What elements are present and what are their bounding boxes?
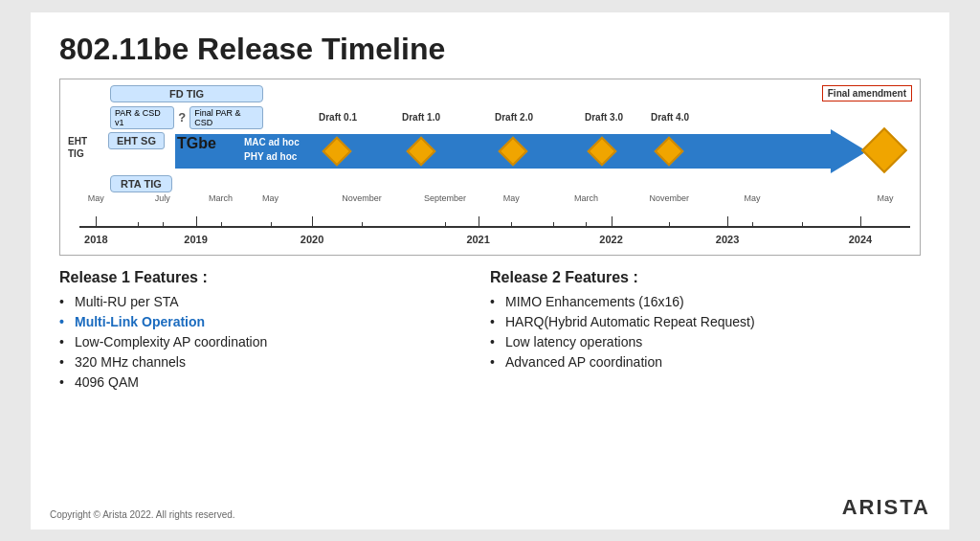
release1-item-2-text: Low-Complexity AP coordination bbox=[75, 334, 267, 349]
year-2020: 2020 bbox=[301, 234, 323, 245]
release1-list: Multi-RU per STA Multi-Link Operation Lo… bbox=[59, 294, 480, 390]
eht-tig-label: EHTTIG bbox=[68, 135, 87, 160]
month-may-2021: May bbox=[503, 193, 520, 203]
draft-30-label: Draft 3.0 bbox=[585, 112, 623, 123]
tick-minor-4 bbox=[271, 222, 272, 228]
tick-2020: 2020 bbox=[312, 216, 313, 228]
month-may-2024: May bbox=[877, 193, 893, 203]
release1-item-3-text: 320 MHz channels bbox=[75, 354, 186, 370]
month-november-2022: November bbox=[650, 193, 690, 203]
month-may-2020: May bbox=[262, 193, 278, 203]
content-area: Release 1 Features : Multi-RU per STA Mu… bbox=[59, 269, 921, 394]
copyright: Copyright © Arista 2022. All rights rese… bbox=[50, 509, 235, 520]
year-2022: 2022 bbox=[599, 234, 622, 245]
timeline-diagram: FD TIG PAR & CSD v1 ? Final PAR & CSD EH… bbox=[59, 79, 921, 256]
tgbe-label: TGbe bbox=[177, 135, 216, 152]
release1-item-1-text: Multi-Link Operation bbox=[75, 314, 205, 329]
final-diamond bbox=[861, 126, 907, 172]
tick-minor-7 bbox=[511, 222, 512, 228]
release1-col: Release 1 Features : Multi-RU per STA Mu… bbox=[59, 269, 490, 394]
tick-minor-10 bbox=[669, 222, 670, 228]
rta-tig-box: RTA TIG bbox=[110, 175, 172, 192]
month-may-2023: May bbox=[745, 193, 761, 203]
slide: 802.11be Release Timeline FD TIG PAR & C… bbox=[31, 12, 949, 530]
tick-2019: 2019 bbox=[196, 216, 197, 228]
fd-tig-box: FD TIG bbox=[110, 85, 263, 102]
release2-item-3: Advanced AP coordination bbox=[490, 354, 911, 370]
final-amendment-box: Final amendment bbox=[822, 85, 912, 101]
release2-list: MIMO Enhancements (16x16) HARQ(Hybrid Au… bbox=[490, 294, 911, 370]
month-september: September bbox=[424, 193, 466, 203]
month-march: March bbox=[209, 193, 233, 203]
release1-item-3: 320 MHz channels bbox=[59, 354, 480, 370]
tick-2022: 2022 bbox=[612, 216, 612, 228]
tick-minor-9 bbox=[586, 222, 587, 228]
tick-minor-8 bbox=[553, 222, 554, 228]
tick-minor-5 bbox=[362, 222, 363, 228]
year-2021: 2021 bbox=[466, 234, 489, 245]
final-amendment-label: Final amendment bbox=[828, 88, 906, 99]
tick-minor-12 bbox=[802, 222, 803, 228]
draft-40-label: Draft 4.0 bbox=[651, 112, 689, 123]
eht-sg-box: EHT SG bbox=[108, 132, 165, 149]
ruler-line bbox=[79, 226, 910, 228]
month-november: November bbox=[342, 193, 382, 203]
release2-item-0-text: MIMO Enhancements (16x16) bbox=[505, 294, 684, 309]
release2-col: Release 2 Features : MIMO Enhancements (… bbox=[490, 269, 921, 394]
draft-01-label: Draft 0.1 bbox=[319, 112, 357, 123]
tick-2024: 2024 bbox=[860, 216, 861, 228]
release2-item-0: MIMO Enhancements (16x16) bbox=[490, 294, 911, 309]
release2-item-2-text: Low latency operations bbox=[505, 334, 642, 349]
release1-title: Release 1 Features : bbox=[59, 269, 480, 286]
tick-2023: 2023 bbox=[727, 216, 728, 228]
adhoc-labels: MAC ad hoc PHY ad hoc bbox=[244, 135, 300, 164]
final-par-csd: Final PAR & CSD bbox=[189, 106, 263, 129]
tick-minor-3 bbox=[221, 222, 222, 228]
year-2023: 2023 bbox=[716, 234, 739, 245]
slide-title: 802.11be Release Timeline bbox=[59, 32, 921, 67]
tick-minor-11 bbox=[752, 222, 753, 228]
month-july: July bbox=[155, 193, 170, 203]
year-2024: 2024 bbox=[849, 234, 872, 245]
tick-2018: 2018 bbox=[96, 216, 97, 228]
release1-item-1: Multi-Link Operation bbox=[59, 314, 480, 329]
release1-item-4: 4096 QAM bbox=[59, 374, 480, 390]
year-2019: 2019 bbox=[184, 234, 207, 245]
draft-20-label: Draft 2.0 bbox=[495, 112, 533, 123]
tick-minor-6 bbox=[445, 222, 446, 228]
question-mark: ? bbox=[178, 110, 186, 124]
timeline-ruler: May July March May November September Ma… bbox=[79, 209, 910, 228]
draft-10-label: Draft 1.0 bbox=[402, 112, 440, 123]
tick-minor-2 bbox=[163, 222, 164, 228]
arista-logo: ARISTA bbox=[842, 495, 930, 520]
release2-item-1-text: HARQ(Hybrid Automatic Repeat Request) bbox=[505, 314, 755, 329]
tick-minor-1 bbox=[138, 222, 139, 228]
mac-adhoc-label: MAC ad hoc bbox=[244, 135, 300, 149]
par-csd-v1: PAR & CSD v1 bbox=[110, 106, 174, 129]
year-2018: 2018 bbox=[84, 234, 107, 245]
release1-item-0: Multi-RU per STA bbox=[59, 294, 480, 309]
month-march-2022: March bbox=[574, 193, 598, 203]
release2-title: Release 2 Features : bbox=[490, 269, 911, 286]
release2-item-2: Low latency operations bbox=[490, 334, 911, 349]
release1-item-2: Low-Complexity AP coordination bbox=[59, 334, 480, 349]
release2-item-1: HARQ(Hybrid Automatic Repeat Request) bbox=[490, 314, 911, 329]
par-csd-row: PAR & CSD v1 ? Final PAR & CSD bbox=[110, 106, 263, 129]
month-may-2018: May bbox=[88, 193, 104, 203]
tick-2021: 2021 bbox=[479, 216, 479, 228]
phy-adhoc-label: PHY ad hoc bbox=[244, 149, 300, 164]
release1-item-4-text: 4096 QAM bbox=[75, 374, 139, 390]
release1-item-0-text: Multi-RU per STA bbox=[75, 294, 179, 309]
release2-item-3-text: Advanced AP coordination bbox=[505, 354, 662, 370]
